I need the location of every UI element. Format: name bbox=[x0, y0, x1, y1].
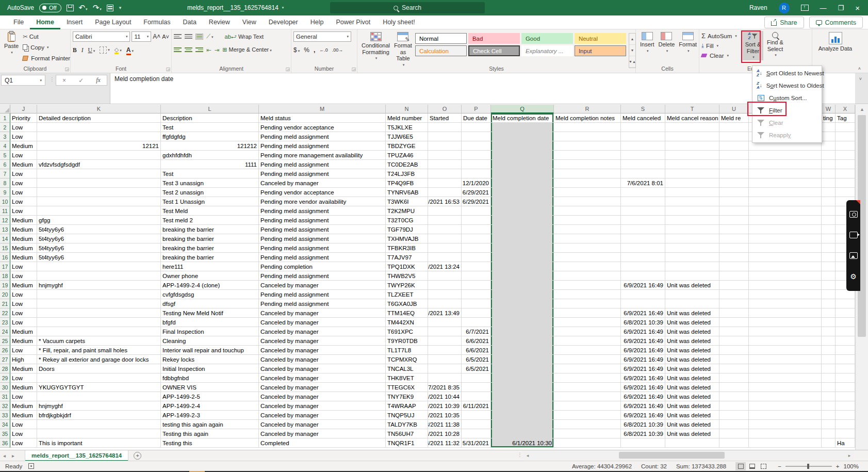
col-header-P[interactable]: P bbox=[462, 105, 491, 113]
cell-W16[interactable] bbox=[822, 253, 836, 262]
cell-K24[interactable] bbox=[37, 327, 161, 336]
cell-T31[interactable]: Unit was deleted bbox=[665, 392, 719, 401]
cell-L29[interactable]: fdbbgfnbd bbox=[161, 373, 259, 383]
cell-N2[interactable]: T5JKLXE bbox=[386, 123, 428, 132]
cell-W28[interactable] bbox=[822, 364, 836, 373]
top-align-icon[interactable] bbox=[174, 34, 182, 40]
paste-button[interactable]: Paste▾ bbox=[2, 31, 21, 63]
cell-L18[interactable]: Owner phone bbox=[161, 271, 259, 281]
cell-W10[interactable] bbox=[822, 197, 836, 206]
cell-V19[interactable] bbox=[749, 281, 822, 290]
row-header-8[interactable]: 8 bbox=[0, 178, 10, 188]
cell-L10[interactable]: Test 1 Unassign bbox=[161, 197, 259, 206]
cell-R19[interactable] bbox=[554, 281, 621, 290]
cell-W9[interactable] bbox=[822, 188, 836, 197]
cell-N18[interactable]: THWB2V5 bbox=[386, 271, 428, 281]
cell-R22[interactable] bbox=[554, 308, 621, 318]
font-size-select[interactable]: 11▾ bbox=[132, 31, 151, 42]
cell-J14[interactable]: Medium bbox=[10, 234, 37, 243]
cell-U30[interactable] bbox=[719, 383, 749, 392]
cell-T17[interactable] bbox=[665, 262, 719, 271]
cell-T18[interactable] bbox=[665, 271, 719, 281]
cell-L4[interactable]: 121212 bbox=[161, 141, 259, 151]
cell-M36[interactable]: Completed bbox=[259, 438, 386, 448]
cell-R34[interactable] bbox=[554, 420, 621, 429]
cell-K2[interactable] bbox=[37, 123, 161, 132]
cell-Q36[interactable]: 6/1/2021 10:30 bbox=[491, 438, 554, 448]
cell-Q8[interactable] bbox=[491, 178, 554, 188]
style-gallery-scroll[interactable]: ▲▼▼▲ bbox=[629, 33, 636, 68]
cell-P18[interactable] bbox=[462, 271, 491, 281]
cell-O6[interactable] bbox=[428, 160, 462, 169]
wrap-text-button[interactable]: ab⮐ Wrap Text bbox=[225, 34, 264, 40]
cell-Q16[interactable] bbox=[491, 253, 554, 262]
cell-O36[interactable]: 5/28/2021 11:32 bbox=[428, 438, 462, 448]
cell-W17[interactable] bbox=[822, 262, 836, 271]
cell-T2[interactable] bbox=[665, 123, 719, 132]
row-header-16[interactable]: 16 bbox=[0, 253, 10, 262]
cell-O34[interactable]: 5/28/2021 11:38 bbox=[428, 420, 462, 429]
cell-K8[interactable] bbox=[37, 178, 161, 188]
row-header-15[interactable]: 15 bbox=[0, 243, 10, 253]
cell-T23[interactable]: Unit was deleted bbox=[665, 318, 719, 327]
minimize-button[interactable]: — bbox=[820, 4, 827, 12]
namebox-splitter[interactable]: ⋮ bbox=[50, 76, 55, 82]
cell-N21[interactable]: T6GXA0JB bbox=[386, 299, 428, 308]
cell-O25[interactable] bbox=[428, 336, 462, 346]
cell-M4[interactable]: Pending meld assignment bbox=[259, 141, 386, 151]
cell-Q33[interactable] bbox=[491, 411, 554, 420]
cell-M30[interactable]: Canceled by manager bbox=[259, 383, 386, 392]
cell-U7[interactable] bbox=[719, 169, 749, 178]
style-explanatory[interactable]: Explanatory ... bbox=[521, 45, 573, 56]
cell-Q12[interactable] bbox=[491, 216, 554, 225]
cell-T9[interactable] bbox=[665, 188, 719, 197]
row-header-31[interactable]: 31 bbox=[0, 392, 10, 401]
macro-record-icon[interactable] bbox=[28, 463, 34, 469]
cell-S22[interactable]: 6/9/2021 16:49 bbox=[621, 308, 665, 318]
cell-K3[interactable] bbox=[37, 132, 161, 141]
borders-button[interactable]: ▾ bbox=[100, 46, 110, 54]
cell-X1[interactable]: Tag bbox=[836, 113, 855, 123]
cell-V20[interactable] bbox=[749, 290, 822, 299]
cell-P7[interactable] bbox=[462, 169, 491, 178]
cell-O14[interactable] bbox=[428, 234, 462, 243]
cell-U14[interactable] bbox=[719, 234, 749, 243]
tab-insert[interactable]: Insert bbox=[60, 15, 89, 29]
cell-N3[interactable]: TJJW6E5 bbox=[386, 132, 428, 141]
close-button[interactable]: × bbox=[855, 4, 860, 12]
row-header-28[interactable]: 28 bbox=[0, 364, 10, 373]
cell-J2[interactable]: Low bbox=[10, 123, 37, 132]
cell-X33[interactable] bbox=[836, 411, 855, 420]
cell-Q4[interactable] bbox=[491, 141, 554, 151]
name-box[interactable]: Q1▾ bbox=[1, 75, 45, 86]
row-header-27[interactable]: 27 bbox=[0, 355, 10, 364]
cell-S16[interactable] bbox=[621, 253, 665, 262]
cell-S1[interactable]: Meld canceled bbox=[621, 113, 665, 123]
style-bad[interactable]: Bad bbox=[468, 33, 520, 44]
cell-U21[interactable] bbox=[719, 299, 749, 308]
cell-M11[interactable]: Pending meld assignment bbox=[259, 206, 386, 216]
cell-M24[interactable]: Canceled by manager bbox=[259, 327, 386, 336]
cell-S30[interactable]: 6/9/2021 16:49 bbox=[621, 383, 665, 392]
cell-O2[interactable] bbox=[428, 123, 462, 132]
cell-V15[interactable] bbox=[749, 243, 822, 253]
cell-P6[interactable] bbox=[462, 160, 491, 169]
cell-N10[interactable]: T3WK6I bbox=[386, 197, 428, 206]
cell-Q35[interactable] bbox=[491, 429, 554, 438]
cell-S23[interactable]: 6/8/2021 10:39 bbox=[621, 318, 665, 327]
cell-L5[interactable]: gdxhfdhfdh bbox=[161, 151, 259, 160]
menu-item-sort-oldest-to-newest[interactable]: AZ↓Sort Oldest to Newest bbox=[752, 67, 822, 79]
cell-M34[interactable]: Canceled by manager bbox=[259, 420, 386, 429]
cell-X8[interactable] bbox=[836, 178, 855, 188]
style-input[interactable]: Input bbox=[575, 45, 626, 56]
cell-O1[interactable]: Started bbox=[428, 113, 462, 123]
cut-button[interactable]: ✂Cut bbox=[23, 31, 70, 42]
cell-P9[interactable]: 6/29/2021 bbox=[462, 188, 491, 197]
style-checkcell[interactable]: Check Cell bbox=[468, 45, 520, 56]
insert-cells-button[interactable]: Insert▾ bbox=[638, 31, 657, 54]
tab-home[interactable]: Home bbox=[30, 15, 60, 29]
cell-Q13[interactable] bbox=[491, 225, 554, 234]
cell-N16[interactable]: T7AJV97 bbox=[386, 253, 428, 262]
cell-R32[interactable] bbox=[554, 401, 621, 411]
cell-J7[interactable]: Low bbox=[10, 169, 37, 178]
